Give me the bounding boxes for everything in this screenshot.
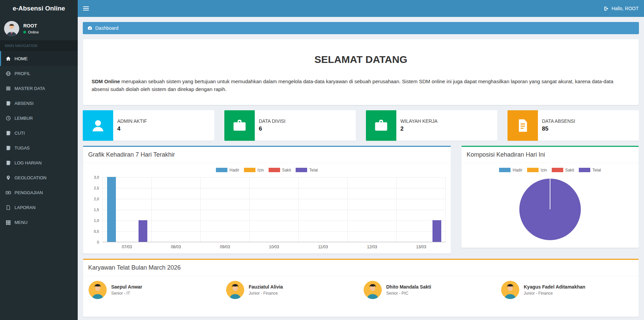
legend-label: Telat bbox=[592, 168, 601, 173]
greeting-text: Hallo, ROOT bbox=[612, 6, 639, 11]
bar-category-13-03 bbox=[396, 177, 446, 242]
bar-category-11-03 bbox=[298, 177, 347, 242]
employee-avatar bbox=[89, 281, 107, 299]
sidebar-item-label: TUGAS bbox=[15, 145, 30, 151]
legend-item-izin[interactable]: Izin bbox=[527, 168, 547, 173]
sidebar-item-lembur[interactable]: LEMBUR bbox=[0, 111, 78, 125]
sidebar-item-label: CUTI bbox=[15, 131, 25, 136]
sidebar-item-geolocation[interactable]: GEOLOCATION bbox=[0, 170, 78, 185]
legend-label: Sakit bbox=[565, 168, 574, 173]
legend-item-sakit[interactable]: Sakit bbox=[552, 168, 574, 173]
user-status-label: Online bbox=[28, 30, 39, 34]
bar-chart-x-labels: 07/0308/0309/0310/0311/0312/0313/03 bbox=[102, 245, 446, 249]
employee-info: Fauziatul AliviaJunior - Finance bbox=[249, 284, 283, 296]
info-box-wilayah-kerja: WILAYAH KERJA2 bbox=[366, 110, 497, 141]
legend-item-telat[interactable]: Telat bbox=[579, 168, 601, 173]
sidebar-item-laporan[interactable]: LAPORAN bbox=[0, 200, 78, 215]
employee-info: Saepul AnwarSenior - IT bbox=[111, 284, 142, 296]
sidebar-item-tugas[interactable]: TUGAS bbox=[0, 140, 78, 155]
sidebar-section-label: MAIN NAVIGATION bbox=[0, 40, 78, 51]
user-status[interactable]: Online bbox=[23, 30, 39, 34]
navbar: Hallo, ROOT bbox=[78, 0, 644, 17]
sidebar-item-label: PENGGAJIAN bbox=[15, 190, 43, 195]
list-icon bbox=[6, 86, 11, 91]
employee-info: Kyagus Fadel AditamakhanJunior - Finance bbox=[524, 284, 585, 296]
sidebar-item-master-data[interactable]: MASTER DATA bbox=[0, 81, 78, 96]
book-icon bbox=[6, 131, 11, 136]
th-icon bbox=[6, 220, 11, 225]
sidebar-item-log-harian[interactable]: LOG HARIAN bbox=[0, 155, 78, 170]
legend-item-hadir[interactable]: Hadir bbox=[499, 168, 522, 173]
breadcrumb[interactable]: Dashboard bbox=[83, 22, 639, 34]
info-box-value: 4 bbox=[117, 125, 147, 132]
employee-name: Dhito Mandala Sakti bbox=[386, 284, 431, 290]
user-info: ROOT Online bbox=[23, 23, 39, 34]
sidebar: ROOT Online MAIN NAVIGATION HOMEPROFILMA… bbox=[0, 17, 78, 320]
legend-item-hadir[interactable]: Hadir bbox=[216, 168, 239, 173]
legend-item-telat[interactable]: Telat bbox=[296, 168, 318, 173]
pie-chart-body: HadirIzinSakitTelat bbox=[462, 163, 639, 248]
y-axis-tick: 0,5 bbox=[94, 229, 99, 233]
y-axis-tick: 2,5 bbox=[94, 186, 99, 190]
info-box-label: WILAYAH KERJA bbox=[400, 118, 438, 124]
bar-telat bbox=[139, 220, 147, 242]
sidebar-item-menu[interactable]: MENU bbox=[0, 215, 78, 230]
bar-category-12-03 bbox=[347, 177, 396, 242]
legend-item-sakit[interactable]: Sakit bbox=[269, 168, 291, 173]
app-logo[interactable]: e-Absensi Online bbox=[0, 0, 78, 17]
info-box-content: DATA DIVISI6 bbox=[255, 110, 290, 141]
book-icon bbox=[6, 101, 11, 106]
info-box-label: ADMIN AKTIF bbox=[117, 118, 147, 124]
info-box-label: DATA ABSENSI bbox=[542, 118, 575, 124]
clock-icon bbox=[6, 116, 11, 121]
sidebar-item-home[interactable]: HOME bbox=[0, 51, 78, 66]
employee-name: Fauziatul Alivia bbox=[249, 284, 283, 290]
employee-avatar bbox=[501, 281, 519, 299]
sidebar-item-absensi[interactable]: ABSENSI bbox=[0, 96, 78, 111]
sidebar-item-label: GEOLOCATION bbox=[15, 175, 46, 180]
sidebar-item-profil[interactable]: PROFIL bbox=[0, 66, 78, 81]
x-axis-label: 08/03 bbox=[151, 245, 200, 249]
bar-category-07-03 bbox=[102, 177, 151, 242]
legend-label: Sakit bbox=[282, 168, 291, 173]
map-marker-icon bbox=[6, 175, 11, 180]
bar-chart-body: HadirIzinSakitTelat 3,02,52,01,51,00,50 … bbox=[83, 163, 451, 253]
y-axis-tick: 1,5 bbox=[94, 208, 99, 212]
info-box-data-absensi: DATA ABSENSI85 bbox=[507, 110, 639, 141]
legend-item-izin[interactable]: Izin bbox=[244, 168, 264, 173]
info-box-value: 85 bbox=[542, 125, 575, 132]
bar-chart-categories bbox=[102, 177, 446, 242]
attendance-pie-chart-panel: Komposisi Kehadiran Hari Ini HadirIzinSa… bbox=[461, 146, 639, 248]
employee-position: Junior - Finance bbox=[249, 291, 283, 296]
employee-name: Kyagus Fadel Aditamakhan bbox=[524, 284, 585, 290]
welcome-panel: SELAMAT DATANG SDM Online merupakan sebu… bbox=[83, 39, 639, 105]
info-box-content: DATA ABSENSI85 bbox=[538, 110, 579, 141]
user-name: ROOT bbox=[23, 23, 39, 28]
sidebar-item-label: MENU bbox=[15, 220, 27, 225]
hamburger-menu-button[interactable] bbox=[78, 0, 94, 17]
info-box-data-divisi: DATA DIVISI6 bbox=[224, 110, 356, 141]
late-panel-title: Karyawan Telat Bulan March 2026 bbox=[83, 260, 639, 276]
sidebar-item-cuti[interactable]: CUTI bbox=[0, 125, 78, 140]
employee-item: Dhito Mandala SaktiSenior - PIC bbox=[361, 279, 498, 300]
employee-item: Saepul AnwarSenior - IT bbox=[86, 279, 223, 300]
x-axis-spacer bbox=[88, 245, 102, 249]
sidebar-item-label: LEMBUR bbox=[15, 116, 33, 121]
x-axis-label: 07/03 bbox=[102, 245, 151, 249]
user-icon bbox=[83, 110, 113, 141]
book-icon bbox=[6, 160, 11, 165]
x-axis-label: 11/03 bbox=[299, 245, 348, 249]
x-axis-label: 13/03 bbox=[397, 245, 446, 249]
employee-position: Senior - IT bbox=[111, 291, 142, 296]
info-box-admin-aktif: ADMIN AKTIF4 bbox=[83, 110, 214, 141]
home-icon bbox=[6, 56, 11, 61]
employee-info: Dhito Mandala SaktiSenior - PIC bbox=[386, 284, 431, 296]
bar-category-08-03 bbox=[151, 177, 200, 242]
x-axis-label: 09/03 bbox=[200, 245, 249, 249]
logout-link[interactable]: Hallo, ROOT bbox=[598, 0, 644, 17]
sidebar-item-label: LAPORAN bbox=[15, 205, 35, 210]
briefcase-icon bbox=[224, 110, 255, 141]
sidebar-item-label: PROFIL bbox=[15, 71, 30, 76]
welcome-title: SELAMAT DATANG bbox=[92, 54, 630, 65]
sidebar-item-penggajian[interactable]: PENGGAJIAN bbox=[0, 185, 78, 200]
